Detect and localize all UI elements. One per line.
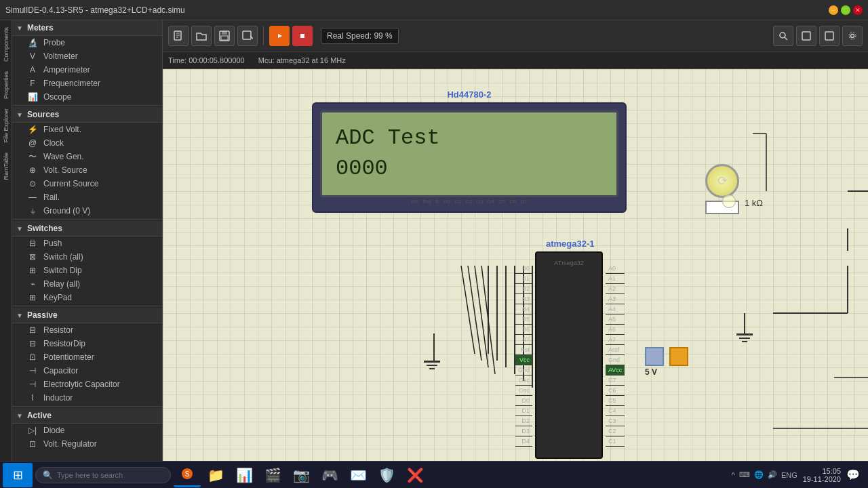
- taskbar-app-security[interactable]: 🛡️: [373, 463, 400, 487]
- clock-time: 15:05: [803, 467, 841, 475]
- item-push[interactable]: ⊟ Push: [12, 237, 163, 250]
- item-diode[interactable]: ▷| Diode: [12, 424, 163, 437]
- start-button[interactable]: ⊞: [3, 463, 33, 487]
- item-amperimeter[interactable]: A Amperimeter: [12, 63, 163, 77]
- pin-a7: A7: [606, 335, 625, 345]
- taskbar-search[interactable]: 🔍: [35, 467, 171, 483]
- power-bottom[interactable]: 5 V: [645, 347, 688, 377]
- item-voltmeter[interactable]: V Voltmeter: [12, 49, 163, 63]
- item-rail[interactable]: — Rail.: [12, 190, 163, 204]
- section-switches[interactable]: ▼ Switches: [12, 221, 163, 237]
- pin-b6: B6: [515, 325, 532, 335]
- item-inductor[interactable]: ⌇ Inductor: [12, 391, 163, 405]
- item-volt-regulator[interactable]: ⊡ Volt. Regulator: [12, 437, 163, 451]
- tray-keyboard: ⌨: [739, 470, 750, 479]
- zoom-in-button[interactable]: [796, 26, 816, 46]
- settings-button[interactable]: [842, 26, 863, 46]
- taskbar-app-media[interactable]: 🎬: [259, 463, 286, 487]
- item-volt-source[interactable]: ⊕ Volt. Source: [12, 163, 163, 177]
- section-passive[interactable]: ▼ Passive: [12, 308, 163, 323]
- item-fixed-volt[interactable]: ⚡ Fixed Volt.: [12, 123, 163, 136]
- item-keypad[interactable]: ⊞ KeyPad: [12, 291, 163, 304]
- lcd-line2: 0000: [336, 154, 603, 184]
- lcd-component[interactable]: Hd44780-2 ADC Test 0000 RS RW E D0 D1 D2…: [312, 89, 627, 213]
- power-orange-bottom: [669, 347, 688, 366]
- item-switch-dip[interactable]: ⊞ Switch Dip: [12, 264, 163, 277]
- tray-arrow[interactable]: ^: [732, 471, 735, 479]
- statusbar: Time: 00:00:05.800000 Mcu: atmega32 at 1…: [163, 52, 868, 69]
- atmega-chip[interactable]: atmega32-1 B0 B1 B2 B3 B4 B5 B6 B7 Rst V…: [515, 239, 625, 459]
- notification-button[interactable]: 💬: [846, 468, 860, 481]
- item-resistor-dip[interactable]: ⊟ ResistorDip: [12, 337, 163, 350]
- item-volt-regulator-label: Volt. Regulator: [43, 439, 97, 449]
- item-rail-label: Rail.: [43, 192, 60, 202]
- item-current-source[interactable]: ⊙ Current Source: [12, 177, 163, 190]
- svg-point-12: [780, 33, 785, 38]
- section-meters-label: Meters: [27, 23, 54, 33]
- section-meters[interactable]: ▼ Meters: [12, 20, 163, 36]
- search-input[interactable]: [57, 471, 159, 479]
- play-button[interactable]: [269, 26, 290, 46]
- vert-tab-properties[interactable]: Properties: [1, 67, 11, 103]
- svg-text:S: S: [185, 470, 190, 478]
- minimize-button[interactable]: ─: [829, 5, 838, 15]
- item-elec-cap[interactable]: ⊣ Electrolytic Capacitor: [12, 378, 163, 391]
- item-frequencimeter[interactable]: F Frequencimeter: [12, 77, 163, 90]
- taskbar-time[interactable]: 15:05 19-11-2020: [803, 467, 841, 483]
- saveas-button[interactable]: [237, 26, 258, 46]
- open-button[interactable]: [191, 26, 212, 46]
- taskbar-app-simulide[interactable]: S: [174, 463, 201, 487]
- item-capacitor[interactable]: ⊣ Capacitor: [12, 364, 163, 378]
- fixed-volt-icon: ⚡: [26, 125, 39, 134]
- taskbar-app-explorer[interactable]: 📁: [202, 463, 229, 487]
- taskbar-app-email[interactable]: ✉️: [344, 463, 372, 487]
- section-sources[interactable]: ▼ Sources: [12, 107, 163, 123]
- item-potentiometer[interactable]: ⊡ Potentiometer: [12, 350, 163, 364]
- new-button[interactable]: [168, 26, 189, 46]
- item-oscope[interactable]: 📊 Oscope: [12, 90, 163, 104]
- item-probe[interactable]: 🔬 Probe: [12, 36, 163, 49]
- sidebar-content: ▼ Meters 🔬 Probe V Voltmeter A Amperimet…: [12, 20, 163, 488]
- arrow-sources: ▼: [16, 111, 23, 119]
- close-button[interactable]: ✕: [853, 5, 863, 15]
- taskbar-app-game[interactable]: 🎮: [316, 463, 343, 487]
- pin-b4: B4: [515, 304, 532, 314]
- item-ground[interactable]: ⏚ Ground (0 V): [12, 204, 163, 218]
- stop-button[interactable]: [292, 26, 313, 46]
- capacitor-icon: ⊣: [26, 366, 39, 375]
- vert-tab-components[interactable]: Components: [1, 23, 11, 66]
- taskbar-app-photos[interactable]: 📷: [288, 463, 315, 487]
- diode-icon: ▷|: [26, 426, 39, 435]
- section-switches-label: Switches: [27, 224, 62, 233]
- taskbar-app-x[interactable]: ❌: [401, 463, 429, 487]
- zoom-fit-button[interactable]: [773, 26, 793, 46]
- mcu-display: Mcu: atmega32 at 16 MHz: [258, 56, 346, 64]
- vert-tab-ramtable[interactable]: RamTable: [1, 148, 11, 184]
- item-relay-all[interactable]: ⌁ Relay (all): [12, 277, 163, 291]
- sys-tray: ^ ⌨ 🌐 🔊 ENG: [732, 470, 797, 479]
- pot-knob[interactable]: ⟳: [705, 164, 739, 198]
- arrow-active: ▼: [16, 412, 23, 420]
- svg-rect-5: [222, 31, 227, 35]
- item-switch-all-label: Switch (all): [43, 252, 83, 262]
- circuit-canvas[interactable]: 5 V Hd44780-2 ADC Test 0000 RS RW E D0 D…: [163, 69, 868, 488]
- taskbar-app-powerpoint[interactable]: 📊: [231, 463, 258, 487]
- svg-line-31: [481, 266, 495, 374]
- item-clock[interactable]: @ Clock: [12, 136, 163, 150]
- section-active[interactable]: ▼ Active: [12, 408, 163, 424]
- item-switch-all[interactable]: ⊠ Switch (all): [12, 250, 163, 264]
- item-keypad-label: KeyPad: [43, 293, 72, 302]
- save-button[interactable]: [214, 26, 235, 46]
- section-active-label: Active: [27, 411, 52, 420]
- maximize-button[interactable]: □: [841, 5, 850, 15]
- svg-rect-15: [825, 32, 833, 40]
- ground-icon: ⏚: [26, 206, 39, 216]
- toolbar-sep-1: [263, 26, 264, 45]
- zoom-out-button[interactable]: [819, 26, 840, 46]
- item-wave-gen[interactable]: 〜 Wave Gen.: [12, 150, 163, 163]
- item-resistor[interactable]: ⊟ Resistor: [12, 323, 163, 337]
- potentiometer[interactable]: ⟳ 1 kΩ: [705, 164, 739, 214]
- vert-tab-fileexplorer[interactable]: File Explorer: [1, 104, 11, 147]
- svg-rect-14: [802, 32, 810, 40]
- item-potentiometer-label: Potentiometer: [43, 352, 94, 362]
